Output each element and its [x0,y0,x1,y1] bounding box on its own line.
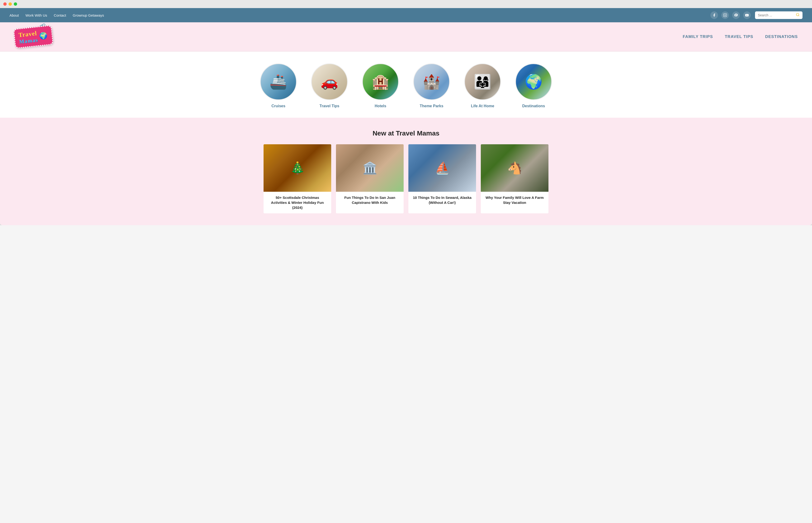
category-circle-cruises: 🚢 [260,64,297,100]
article-title-scottsdale: 50+ Scottsdale Christmas Activities & Wi… [264,192,331,213]
category-label-hotels: Hotels [375,104,386,108]
article-card-scottsdale[interactable]: 🎄 50+ Scottsdale Christmas Activities & … [264,144,331,213]
category-label-theme-parks: Theme Parks [420,104,443,108]
maximize-button[interactable] [14,2,17,6]
nav-travel-tips[interactable]: TRAVEL TIPS [725,34,753,39]
categories-section: 🚢 Cruises 🚗 Travel Tips 🏨 Hotels 🏰 Theme… [0,52,812,118]
main-nav: FAMILY TRIPS TRAVEL TIPS DESTINATIONS [683,34,798,39]
nav-link-work-with-us[interactable]: Work With Us [25,13,47,17]
search-input[interactable] [758,13,794,17]
category-label-travel-tips: Travel Tips [320,104,339,108]
category-circle-travel-tips: 🚗 [311,64,348,100]
article-image-seward: ⛵ [408,144,476,192]
article-card-seward[interactable]: ⛵ 10 Things To Do In Seward, Alaska (Wit… [408,144,476,213]
articles-grid: 🎄 50+ Scottsdale Christmas Activities & … [264,144,548,213]
nav-link-grownup-getaways[interactable]: Grownup Getaways [73,13,104,17]
instagram-icon[interactable] [721,12,729,19]
close-button[interactable] [3,2,7,6]
facebook-icon[interactable] [710,12,718,19]
nav-link-about[interactable]: About [10,13,19,17]
pinterest-icon[interactable] [732,12,740,19]
category-label-cruises: Cruises [271,104,285,108]
article-image-farm-stay: 🐴 [481,144,548,192]
search-box[interactable] [755,12,802,19]
minimize-button[interactable] [8,2,12,6]
new-section: New at Travel Mamas 🎄 50+ Scottsdale Chr… [0,118,812,225]
search-button[interactable] [796,13,800,18]
category-circle-theme-parks: 🏰 [413,64,450,100]
logo-area[interactable]: 🔗 Travel Mamas 🌍 [14,27,52,47]
category-label-destinations: Destinations [522,104,545,108]
article-card-farm-stay[interactable]: 🐴 Why Your Family Will Love A Farm Stay … [481,144,548,213]
category-theme-parks[interactable]: 🏰 Theme Parks [413,64,450,108]
article-title-seward: 10 Things To Do In Seward, Alaska (Witho… [408,192,476,208]
svg-point-3 [796,13,799,16]
category-label-life-at-home: Life At Home [471,104,494,108]
category-circle-hotels: 🏨 [362,64,399,100]
nav-link-contact[interactable]: Contact [54,13,66,17]
category-circle-destinations: 🌍 [515,64,552,100]
top-nav-links: About Work With Us Contact Grownup Getaw… [10,13,104,17]
article-title-farm-stay: Why Your Family Will Love A Farm Stay Va… [481,192,548,208]
new-section-title: New at Travel Mamas [10,130,802,137]
article-image-capistrano: 🏛️ [336,144,404,192]
svg-line-4 [798,15,799,16]
youtube-icon[interactable] [743,12,751,19]
article-card-capistrano[interactable]: 🏛️ Fun Things To Do In San Juan Capistra… [336,144,404,213]
top-nav-right [710,12,802,19]
nav-destinations[interactable]: DESTINATIONS [765,34,798,39]
social-icons [710,12,751,19]
browser-chrome [0,0,812,8]
article-image-scottsdale: 🎄 [264,144,331,192]
category-circle-life-at-home: 👨‍👩‍👧 [464,64,501,100]
site-header: 🔗 Travel Mamas 🌍 FAMILY TRIPS TRAVEL TIP… [0,22,812,52]
top-nav: About Work With Us Contact Grownup Getaw… [0,8,812,22]
nav-family-trips[interactable]: FAMILY TRIPS [683,34,713,39]
logo-tag: Travel Mamas 🌍 [13,25,53,49]
category-life-at-home[interactable]: 👨‍👩‍👧 Life At Home [464,64,501,108]
category-destinations[interactable]: 🌍 Destinations [515,64,552,108]
category-travel-tips[interactable]: 🚗 Travel Tips [311,64,348,108]
svg-rect-0 [723,14,726,17]
category-hotels[interactable]: 🏨 Hotels [362,64,399,108]
category-cruises[interactable]: 🚢 Cruises [260,64,297,108]
article-title-capistrano: Fun Things To Do In San Juan Capistrano … [336,192,404,208]
